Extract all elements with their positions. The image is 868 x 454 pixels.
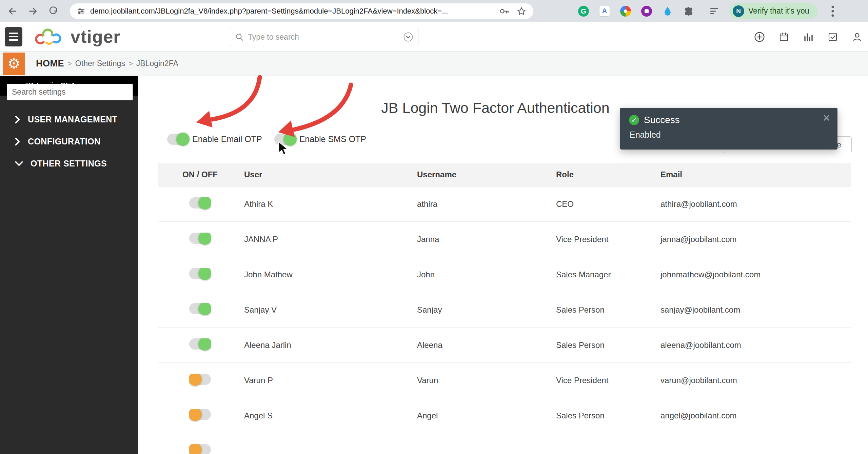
row-2fa-toggle[interactable] <box>189 409 211 420</box>
breadcrumb-separator: > <box>129 59 133 68</box>
pinwheel-extension-icon[interactable] <box>619 5 632 17</box>
table-header-row: ON / OFFUserUsernameRoleEmail <box>158 163 851 186</box>
column-header-0: ON / OFF <box>182 170 218 179</box>
purple-extension-icon[interactable] <box>640 5 653 17</box>
cell-user: Varun P <box>242 376 415 385</box>
cell-username: Sanjay <box>415 305 554 315</box>
row-2fa-toggle[interactable] <box>189 233 211 244</box>
row-2fa-toggle[interactable] <box>189 338 211 350</box>
row-2fa-toggle[interactable] <box>189 197 211 209</box>
cell-username: Aleena <box>415 340 554 350</box>
global-search[interactable] <box>230 28 418 46</box>
extensions-puzzle-icon[interactable] <box>683 5 695 17</box>
cell-user: Athira K <box>242 199 415 209</box>
cell-user: Angel S <box>242 411 415 420</box>
cell-role: CEO <box>554 199 659 209</box>
vtiger-cloud-icon <box>32 26 68 47</box>
browser-reload-button[interactable] <box>45 3 61 19</box>
chevron-down-icon <box>15 161 23 166</box>
user-profile-icon[interactable] <box>849 29 865 45</box>
cell-email: athira@joobilant.com <box>659 199 851 209</box>
breadcrumb: ⚙ HOME > Other Settings > JBLogin2FA <box>0 52 868 76</box>
table-row: Aleena Jarlin Aleena Sales Person aleena… <box>158 328 851 363</box>
cell-role: Sales Manager <box>554 270 659 279</box>
reading-list-icon[interactable] <box>706 3 722 19</box>
toast-message: Enabled <box>620 125 837 140</box>
breadcrumb-home[interactable]: HOME <box>36 58 64 69</box>
cell-user: John Mathew <box>242 270 415 279</box>
bookmark-star-icon[interactable] <box>516 6 527 16</box>
toast-title: Success <box>644 115 680 125</box>
table-row: JANNA P Janna Vice President janna@joobi… <box>158 222 851 257</box>
table-row: Athira K athira CEO athira@joobilant.com <box>158 186 851 222</box>
reload-icon <box>48 6 58 16</box>
browser-forward-button[interactable] <box>25 3 41 19</box>
cell-email: sanjay@joobilant.com <box>659 305 851 315</box>
app-header: vtiger <box>0 22 868 52</box>
global-search-input[interactable] <box>248 33 403 42</box>
success-toast: ✓ Success × Enabled <box>620 108 837 150</box>
cell-user: Sanjay V <box>242 305 415 315</box>
browser-menu-kebab-icon[interactable] <box>825 3 841 19</box>
browser-toolbar: demo.joobilant.com/JBLogin2fa_V8/index.p… <box>0 0 868 22</box>
gear-icon: ⚙ <box>7 57 20 71</box>
reports-chart-icon[interactable] <box>800 29 816 45</box>
breadcrumb-separator: > <box>67 59 72 68</box>
cell-username: Angel <box>415 411 554 420</box>
cell-role: Sales Person <box>554 340 659 350</box>
row-2fa-toggle[interactable] <box>189 268 211 279</box>
column-header-3: Role <box>554 170 659 179</box>
quick-create-icon[interactable] <box>751 29 768 45</box>
hamburger-menu-button[interactable] <box>5 27 22 46</box>
sidebar-nav: USER MANAGEMENT CONFIGURATION OTHER SETT… <box>0 108 138 175</box>
settings-search-input[interactable] <box>7 84 133 100</box>
cell-role: Sales Person <box>554 305 659 315</box>
extensions-row: G A <box>577 5 695 17</box>
column-header-4: Email <box>659 170 851 179</box>
browser-back-button[interactable] <box>5 3 20 19</box>
site-info-icon[interactable] <box>77 7 85 16</box>
chevron-right-icon <box>15 116 20 124</box>
row-2fa-toggle[interactable] <box>189 444 211 454</box>
row-2fa-toggle[interactable] <box>189 303 211 314</box>
users-2fa-table: ON / OFFUserUsernameRoleEmail Athira K a… <box>158 163 851 454</box>
cell-email: varun@joobilant.com <box>659 376 851 385</box>
table-body: Athira K athira CEO athira@joobilant.com… <box>158 186 851 454</box>
password-key-icon[interactable] <box>499 6 510 17</box>
enable-sms-otp-toggle[interactable] <box>274 134 296 145</box>
vtiger-logo[interactable]: vtiger <box>32 26 121 47</box>
grammarly-extension-icon[interactable]: G <box>577 5 590 17</box>
breadcrumb-jblogin2fa[interactable]: JBLogin2FA <box>136 59 178 68</box>
cell-user: Aleena Jarlin <box>242 340 415 350</box>
enable-email-otp-toggle[interactable] <box>167 134 189 145</box>
toast-close-icon[interactable]: × <box>823 112 830 124</box>
cell-role: Sales Person <box>554 411 659 420</box>
sidebar-item-label: OTHER SETTINGS <box>31 159 107 169</box>
translate-extension-icon[interactable]: A <box>598 5 611 17</box>
settings-gear-tile[interactable]: ⚙ <box>3 53 25 75</box>
breadcrumb-other-settings[interactable]: Other Settings <box>75 59 125 68</box>
table-row: Angel S Angel Sales Person angel@joobila… <box>158 398 851 433</box>
search-icon <box>235 33 244 41</box>
profile-avatar: N <box>733 5 744 17</box>
tasks-icon[interactable] <box>825 29 841 45</box>
sidebar-item-user-management[interactable]: USER MANAGEMENT <box>0 108 138 131</box>
cell-email: janna@joobilant.com <box>659 235 851 244</box>
enable-sms-otp-label: Enable SMS OTP <box>299 134 366 144</box>
settings-sidebar: USER MANAGEMENT CONFIGURATION OTHER SETT… <box>0 76 138 454</box>
cell-username: Varun <box>415 376 554 385</box>
url-text[interactable]: demo.joobilant.com/JBLogin2fa_V8/index.p… <box>90 7 499 16</box>
calendar-icon[interactable] <box>776 29 792 45</box>
address-bar[interactable]: demo.joobilant.com/JBLogin2fa_V8/index.p… <box>70 3 533 19</box>
cell-user: JANNA P <box>242 235 415 244</box>
blue-drop-extension-icon[interactable] <box>662 5 674 17</box>
sidebar-item-configuration[interactable]: CONFIGURATION <box>0 131 138 153</box>
row-2fa-toggle[interactable] <box>189 374 211 385</box>
table-row <box>158 433 851 454</box>
sidebar-item-other-settings[interactable]: OTHER SETTINGS <box>0 153 138 175</box>
cell-username: Janna <box>415 235 554 244</box>
search-options-icon[interactable] <box>403 32 413 42</box>
back-arrow-icon <box>7 6 18 16</box>
enable-email-otp-label: Enable Email OTP <box>192 134 262 144</box>
verify-profile-button[interactable]: N Verify that it's you <box>729 3 817 19</box>
